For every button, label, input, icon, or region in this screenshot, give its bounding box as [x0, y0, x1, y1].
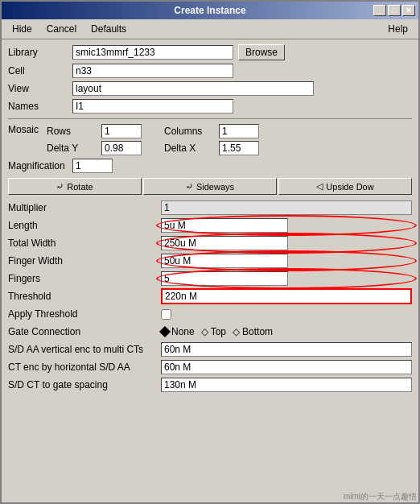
params-section: Multiplier Length Total Width — [8, 200, 412, 393]
diamond-icon — [159, 326, 171, 337]
total-width-input-wrapper — [161, 236, 412, 250]
mosaic-section: Mosaic Rows Columns Delta Y Delta X — [8, 124, 412, 155]
upsidedown-icon: ◁ — [316, 181, 323, 192]
view-input[interactable] — [72, 81, 314, 96]
gate-connection-label: Gate Connection — [8, 326, 161, 337]
apply-threshold-row: Apply Threshold — [8, 306, 412, 322]
delta-y-label: Delta Y — [47, 143, 95, 154]
gate-top-label: Top — [211, 326, 226, 337]
library-row: Library Browse — [8, 44, 412, 60]
delta-x-label: Delta X — [164, 143, 212, 154]
names-row: Names — [8, 99, 412, 114]
finger-width-input[interactable] — [161, 254, 288, 268]
window-title: Create Instance — [174, 5, 245, 16]
fingers-input[interactable] — [161, 271, 288, 286]
sideways-icon: ⤾ — [186, 181, 193, 192]
gate-connection-row: Gate Connection None ◇ Top ◇ Bottom — [8, 324, 412, 340]
threshold-label: Threshold — [8, 291, 161, 302]
sd-aa-input[interactable] — [161, 342, 412, 357]
defaults-button[interactable]: Defaults — [84, 21, 134, 37]
mosaic-delta-row: Delta Y Delta X — [47, 141, 259, 155]
sideways-button[interactable]: ⤾ Sideways — [143, 178, 277, 195]
cell-input[interactable] — [72, 64, 233, 78]
rotate-icon: ⤾ — [56, 181, 64, 192]
length-row: Length — [8, 217, 412, 233]
length-input[interactable] — [161, 218, 288, 233]
create-instance-window: Create Instance _ □ ✕ Hide Cancel Defaul… — [0, 0, 420, 504]
sd-ct-label: S/D CT to gate spacing — [8, 379, 161, 390]
names-input[interactable] — [72, 99, 233, 114]
sd-ct-input[interactable] — [161, 378, 412, 392]
mosaic-label: Mosaic — [8, 124, 39, 135]
sideways-label: Sideways — [196, 182, 234, 192]
browse-button[interactable]: Browse — [238, 44, 285, 60]
fingers-row: Fingers — [8, 271, 412, 287]
view-row: View — [8, 81, 412, 96]
apply-threshold-label: Apply Threshold — [8, 308, 161, 320]
rotate-button[interactable]: ⤾ Rotate — [8, 178, 142, 195]
delta-x-input[interactable] — [219, 141, 259, 155]
gate-bottom-radio[interactable]: ◇ — [233, 326, 240, 337]
finger-width-input-wrapper — [161, 254, 412, 268]
upsidedown-label: Upside Dow — [326, 182, 373, 192]
cell-label: Cell — [8, 65, 72, 76]
close-button[interactable]: ✕ — [402, 5, 415, 16]
fingers-label: Fingers — [8, 273, 161, 284]
help-button[interactable]: Help — [381, 21, 415, 37]
finger-width-label: Finger Width — [8, 255, 161, 266]
window-controls: _ □ ✕ — [373, 5, 415, 16]
ct-enc-input[interactable] — [161, 360, 412, 374]
length-input-wrapper — [161, 218, 412, 233]
mosaic-rows-row: Rows Columns — [47, 124, 259, 138]
apply-threshold-checkbox[interactable] — [161, 309, 171, 320]
hide-button[interactable]: Hide — [5, 21, 39, 37]
library-label: Library — [8, 47, 72, 58]
multiplier-row: Multiplier — [8, 200, 412, 216]
rows-label: Rows — [47, 126, 95, 137]
total-width-row: Total Width — [8, 235, 412, 251]
sd-ct-row: S/D CT to gate spacing — [8, 377, 412, 393]
minimize-button[interactable]: _ — [373, 5, 386, 16]
columns-label: Columns — [164, 126, 212, 137]
threshold-row: Threshold — [8, 288, 412, 304]
length-label: Length — [8, 220, 161, 231]
gate-top-radio[interactable]: ◇ — [201, 326, 208, 337]
maximize-button[interactable]: □ — [388, 5, 401, 16]
threshold-input[interactable] — [161, 288, 412, 304]
magnification-row: Magnification — [8, 159, 412, 173]
columns-input[interactable] — [219, 124, 259, 138]
total-width-input[interactable] — [161, 236, 288, 250]
magnification-input[interactable] — [72, 159, 113, 173]
gate-none-option: None — [161, 326, 195, 337]
rotate-label: Rotate — [67, 182, 93, 192]
gate-bottom-label: Bottom — [242, 326, 273, 337]
magnification-label: Magnification — [8, 160, 72, 171]
fingers-input-wrapper — [161, 271, 412, 286]
rows-input[interactable] — [101, 124, 142, 138]
gate-top-option: ◇ Top — [201, 326, 226, 337]
cancel-button[interactable]: Cancel — [39, 21, 84, 37]
finger-width-row: Finger Width — [8, 253, 412, 269]
menu-bar: Hide Cancel Defaults Help — [2, 19, 418, 39]
multiplier-label: Multiplier — [8, 202, 161, 213]
title-bar: Create Instance _ □ ✕ — [2, 2, 418, 19]
ct-enc-label: CT enc by horizontal S/D AA — [8, 361, 161, 373]
delta-y-input[interactable] — [101, 141, 142, 155]
names-label: Names — [8, 101, 72, 112]
divider-1 — [8, 118, 412, 119]
form-content: Library Browse Cell View Names Mosaic — [2, 39, 418, 502]
view-label: View — [8, 83, 72, 94]
upside-down-button[interactable]: ◁ Upside Dow — [278, 178, 412, 195]
total-width-label: Total Width — [8, 238, 161, 249]
gate-connection-radio-group: None ◇ Top ◇ Bottom — [161, 326, 412, 337]
rotate-bar: ⤾ Rotate ⤾ Sideways ◁ Upside Dow — [8, 178, 412, 195]
sd-aa-label: S/D AA vertical enc to multi CTs — [8, 344, 161, 355]
gate-none-label: None — [171, 326, 195, 337]
multiplier-input[interactable] — [161, 200, 412, 215]
cell-row: Cell — [8, 64, 412, 78]
ct-enc-row: CT enc by horizontal S/D AA — [8, 359, 412, 375]
gate-bottom-option: ◇ Bottom — [233, 326, 273, 337]
library-input[interactable] — [72, 45, 233, 60]
sd-aa-row: S/D AA vertical enc to multi CTs — [8, 341, 412, 357]
